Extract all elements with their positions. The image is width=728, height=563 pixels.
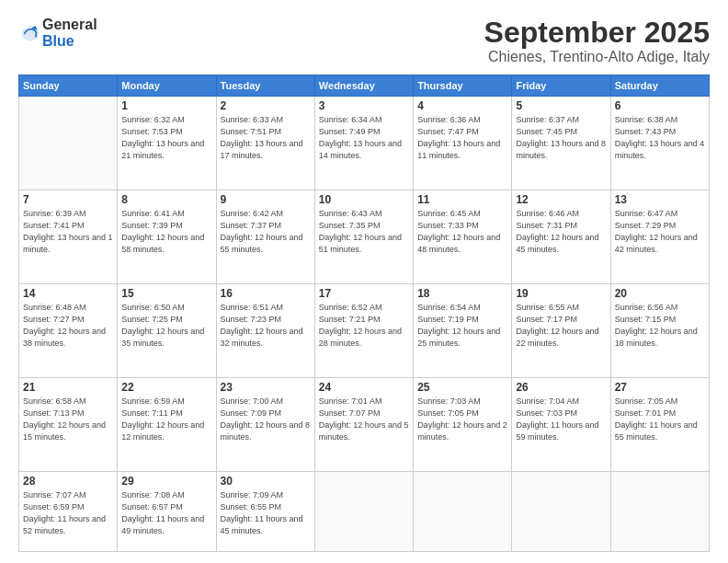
calendar-cell: 3Sunrise: 6:34 AM Sunset: 7:49 PM Daylig… xyxy=(314,97,413,190)
day-number: 14 xyxy=(23,287,113,300)
day-number: 20 xyxy=(615,287,705,300)
calendar-cell: 17Sunrise: 6:52 AM Sunset: 7:21 PM Dayli… xyxy=(314,284,413,378)
calendar-cell xyxy=(414,471,512,551)
calendar-cell: 25Sunrise: 7:03 AM Sunset: 7:05 PM Dayli… xyxy=(414,377,512,471)
header-thursday: Thursday xyxy=(414,75,512,97)
header-saturday: Saturday xyxy=(610,75,709,97)
day-info: Sunrise: 6:47 AM Sunset: 7:29 PM Dayligh… xyxy=(615,208,705,256)
header-tuesday: Tuesday xyxy=(216,75,314,97)
day-info: Sunrise: 6:46 AM Sunset: 7:31 PM Dayligh… xyxy=(516,208,606,256)
day-info: Sunrise: 6:34 AM Sunset: 7:49 PM Dayligh… xyxy=(319,114,409,162)
calendar-cell: 13Sunrise: 6:47 AM Sunset: 7:29 PM Dayli… xyxy=(610,190,709,284)
day-info: Sunrise: 7:01 AM Sunset: 7:07 PM Dayligh… xyxy=(319,396,409,443)
day-number: 15 xyxy=(121,287,211,300)
calendar-cell: 2Sunrise: 6:33 AM Sunset: 7:51 PM Daylig… xyxy=(216,97,314,190)
day-info: Sunrise: 6:50 AM Sunset: 7:25 PM Dayligh… xyxy=(121,302,211,350)
day-number: 2 xyxy=(221,99,311,112)
day-info: Sunrise: 7:03 AM Sunset: 7:05 PM Dayligh… xyxy=(417,396,507,443)
calendar-cell: 19Sunrise: 6:55 AM Sunset: 7:17 PM Dayli… xyxy=(512,284,610,378)
day-number: 8 xyxy=(121,193,211,206)
day-info: Sunrise: 6:59 AM Sunset: 7:11 PM Dayligh… xyxy=(121,396,211,443)
day-info: Sunrise: 6:39 AM Sunset: 7:41 PM Dayligh… xyxy=(23,208,113,256)
header-sunday: Sunday xyxy=(19,75,118,97)
weekday-header-row: Sunday Monday Tuesday Wednesday Thursday… xyxy=(19,75,710,97)
day-info: Sunrise: 6:38 AM Sunset: 7:43 PM Dayligh… xyxy=(615,114,705,162)
calendar-cell: 14Sunrise: 6:48 AM Sunset: 7:27 PM Dayli… xyxy=(19,284,118,378)
header-monday: Monday xyxy=(118,75,216,97)
calendar-cell: 7Sunrise: 6:39 AM Sunset: 7:41 PM Daylig… xyxy=(19,190,118,284)
calendar-row: 7Sunrise: 6:39 AM Sunset: 7:41 PM Daylig… xyxy=(19,190,710,284)
day-number: 19 xyxy=(516,287,606,300)
calendar-cell: 20Sunrise: 6:56 AM Sunset: 7:15 PM Dayli… xyxy=(610,284,709,378)
day-info: Sunrise: 6:32 AM Sunset: 7:53 PM Dayligh… xyxy=(121,114,211,162)
day-info: Sunrise: 7:00 AM Sunset: 7:09 PM Dayligh… xyxy=(221,396,311,443)
day-info: Sunrise: 6:36 AM Sunset: 7:47 PM Dayligh… xyxy=(417,114,507,162)
day-number: 25 xyxy=(417,381,507,394)
day-info: Sunrise: 6:42 AM Sunset: 7:37 PM Dayligh… xyxy=(221,208,311,256)
day-number: 28 xyxy=(23,475,113,488)
calendar-cell: 30Sunrise: 7:09 AM Sunset: 6:55 PM Dayli… xyxy=(216,471,314,551)
calendar-cell: 26Sunrise: 7:04 AM Sunset: 7:03 PM Dayli… xyxy=(512,377,610,471)
day-number: 23 xyxy=(221,381,311,394)
day-number: 21 xyxy=(23,381,113,394)
calendar-cell: 8Sunrise: 6:41 AM Sunset: 7:39 PM Daylig… xyxy=(118,190,216,284)
calendar: Sunday Monday Tuesday Wednesday Thursday… xyxy=(18,75,710,552)
calendar-cell: 29Sunrise: 7:08 AM Sunset: 6:57 PM Dayli… xyxy=(118,471,216,551)
day-info: Sunrise: 7:04 AM Sunset: 7:03 PM Dayligh… xyxy=(516,396,606,443)
day-number: 13 xyxy=(615,193,705,206)
logo-general-text: General xyxy=(42,17,97,33)
calendar-row: 21Sunrise: 6:58 AM Sunset: 7:13 PM Dayli… xyxy=(19,377,710,471)
day-info: Sunrise: 7:08 AM Sunset: 6:57 PM Dayligh… xyxy=(121,489,211,537)
day-info: Sunrise: 6:55 AM Sunset: 7:17 PM Dayligh… xyxy=(516,302,606,350)
calendar-cell: 5Sunrise: 6:37 AM Sunset: 7:45 PM Daylig… xyxy=(512,97,610,190)
calendar-cell: 15Sunrise: 6:50 AM Sunset: 7:25 PM Dayli… xyxy=(118,284,216,378)
day-number: 6 xyxy=(615,99,705,112)
calendar-row: 28Sunrise: 7:07 AM Sunset: 6:59 PM Dayli… xyxy=(19,471,710,551)
day-info: Sunrise: 6:45 AM Sunset: 7:33 PM Dayligh… xyxy=(417,208,507,256)
calendar-cell xyxy=(314,471,413,551)
day-info: Sunrise: 6:54 AM Sunset: 7:19 PM Dayligh… xyxy=(417,302,507,350)
calendar-cell: 22Sunrise: 6:59 AM Sunset: 7:11 PM Dayli… xyxy=(118,377,216,471)
logo: General Blue xyxy=(18,17,97,49)
calendar-cell xyxy=(512,471,610,551)
day-number: 12 xyxy=(516,193,606,206)
calendar-cell xyxy=(19,97,118,190)
header-friday: Friday xyxy=(512,75,610,97)
day-info: Sunrise: 7:07 AM Sunset: 6:59 PM Dayligh… xyxy=(23,489,113,537)
day-number: 5 xyxy=(516,99,606,112)
logo-blue-text: Blue xyxy=(42,33,97,50)
day-number: 26 xyxy=(516,381,606,394)
location-title: Chienes, Trentino-Alto Adige, Italy xyxy=(484,49,710,65)
day-number: 1 xyxy=(121,99,211,112)
header: General Blue September 2025 Chienes, Tre… xyxy=(18,17,710,65)
day-number: 3 xyxy=(319,99,409,112)
calendar-cell: 27Sunrise: 7:05 AM Sunset: 7:01 PM Dayli… xyxy=(610,377,709,471)
calendar-cell xyxy=(610,471,709,551)
day-info: Sunrise: 7:09 AM Sunset: 6:55 PM Dayligh… xyxy=(221,489,311,537)
calendar-cell: 12Sunrise: 6:46 AM Sunset: 7:31 PM Dayli… xyxy=(512,190,610,284)
day-info: Sunrise: 6:43 AM Sunset: 7:35 PM Dayligh… xyxy=(319,208,409,256)
month-title: September 2025 xyxy=(484,17,710,49)
logo-icon xyxy=(20,23,40,43)
title-block: September 2025 Chienes, Trentino-Alto Ad… xyxy=(484,17,710,65)
day-number: 11 xyxy=(417,193,507,206)
calendar-cell: 11Sunrise: 6:45 AM Sunset: 7:33 PM Dayli… xyxy=(414,190,512,284)
day-info: Sunrise: 6:48 AM Sunset: 7:27 PM Dayligh… xyxy=(23,302,113,350)
day-number: 24 xyxy=(319,381,409,394)
calendar-cell: 9Sunrise: 6:42 AM Sunset: 7:37 PM Daylig… xyxy=(216,190,314,284)
day-info: Sunrise: 6:33 AM Sunset: 7:51 PM Dayligh… xyxy=(221,114,311,162)
day-info: Sunrise: 6:37 AM Sunset: 7:45 PM Dayligh… xyxy=(516,114,606,162)
day-number: 4 xyxy=(417,99,507,112)
calendar-cell: 1Sunrise: 6:32 AM Sunset: 7:53 PM Daylig… xyxy=(118,97,216,190)
calendar-cell: 24Sunrise: 7:01 AM Sunset: 7:07 PM Dayli… xyxy=(314,377,413,471)
day-number: 10 xyxy=(319,193,409,206)
day-number: 18 xyxy=(417,287,507,300)
day-number: 7 xyxy=(23,193,113,206)
day-number: 17 xyxy=(319,287,409,300)
day-info: Sunrise: 6:51 AM Sunset: 7:23 PM Dayligh… xyxy=(221,302,311,350)
day-number: 16 xyxy=(221,287,311,300)
calendar-cell: 10Sunrise: 6:43 AM Sunset: 7:35 PM Dayli… xyxy=(314,190,413,284)
calendar-cell: 23Sunrise: 7:00 AM Sunset: 7:09 PM Dayli… xyxy=(216,377,314,471)
calendar-cell: 16Sunrise: 6:51 AM Sunset: 7:23 PM Dayli… xyxy=(216,284,314,378)
calendar-row: 14Sunrise: 6:48 AM Sunset: 7:27 PM Dayli… xyxy=(19,284,710,378)
